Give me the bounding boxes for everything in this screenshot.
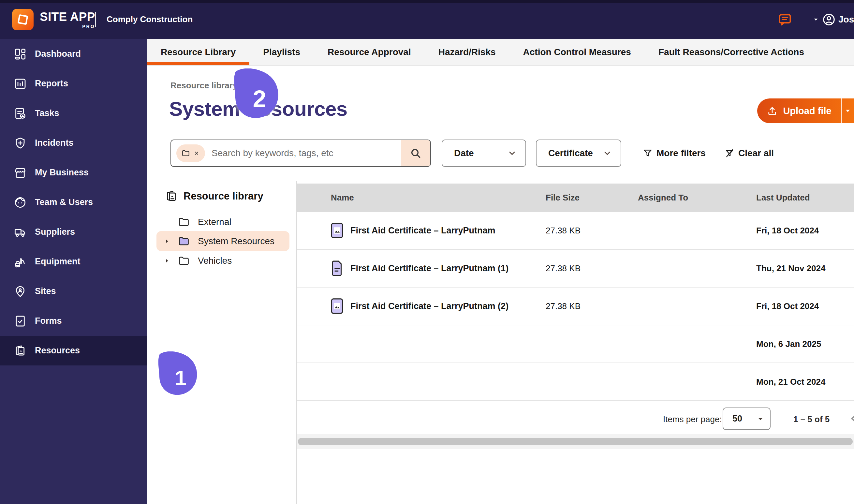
upload-options-caret[interactable] <box>842 98 854 123</box>
table-row[interactable]: Mon, 6 Jan 2025 <box>297 325 854 363</box>
folder-icon <box>178 255 190 267</box>
search-input[interactable] <box>205 148 401 159</box>
sidebar-item-label: Sites <box>35 286 56 296</box>
column-header-last-updated[interactable]: Last Updated <box>756 193 854 203</box>
tree-item-vehicles[interactable]: Vehicles <box>157 251 289 271</box>
resource-file-size: 27.38 KB <box>546 226 638 236</box>
upload-file-button[interactable]: Upload file <box>757 98 841 123</box>
breadcrumb[interactable]: Resource library <box>170 80 237 91</box>
forms-icon <box>14 314 27 328</box>
sidebar-item-label: Tasks <box>35 108 59 118</box>
horizontal-scrollbar-track[interactable] <box>297 434 854 449</box>
search-box <box>170 140 431 167</box>
clear-all-filters-button[interactable]: Clear all <box>725 140 774 166</box>
sidebar-item-forms[interactable]: Forms <box>0 306 147 336</box>
tab-playlists[interactable]: Playlists <box>249 39 314 65</box>
tree-expand-caret[interactable] <box>163 238 171 245</box>
brand-name: SITE APP <box>40 11 95 23</box>
tabbar: Resource LibraryPlaylistsResource Approv… <box>147 39 854 66</box>
user-name[interactable]: Josh <box>838 14 854 25</box>
chevron-down-icon <box>507 148 517 158</box>
resource-last-updated: Mon, 21 Oct 2024 <box>756 377 854 387</box>
caret-down-icon <box>756 415 765 423</box>
tree-item-external[interactable]: External <box>157 212 289 232</box>
resource-file-size: 27.38 KB <box>546 301 638 311</box>
search-icon <box>410 148 421 159</box>
reports-icon <box>14 77 27 90</box>
items-per-page-select[interactable]: 50 <box>723 408 770 430</box>
certificate-filter-label: Certificate <box>548 148 593 159</box>
sidebar-item-dashboard[interactable]: Dashboard <box>0 39 147 69</box>
horizontal-scrollbar-thumb[interactable] <box>298 438 853 445</box>
resource-name: First Aid Certificate – LarryPutnam <box>350 226 495 236</box>
topbar-divider <box>95 12 96 27</box>
close-icon[interactable] <box>193 150 200 157</box>
sidebar-item-label: Suppliers <box>35 227 75 237</box>
folder-filter-chip[interactable] <box>176 144 205 162</box>
organization-name: Comply Construction <box>107 14 193 24</box>
app-root: SITE APP PRO Comply Construction Josh Da… <box>0 0 854 504</box>
user-avatar-icon[interactable] <box>822 12 836 27</box>
image-file-icon <box>331 298 343 314</box>
sidebar-item-equipment[interactable]: Equipment <box>0 247 147 276</box>
tab-resource-approval[interactable]: Resource Approval <box>314 39 425 65</box>
table-row[interactable]: Mon, 21 Oct 2024 <box>297 363 854 401</box>
chevron-down-icon <box>602 148 612 158</box>
incidents-icon <box>14 137 27 150</box>
brand-sub: PRO <box>82 24 95 29</box>
caret-right-icon <box>164 238 170 245</box>
table-body: First Aid Certificate – LarryPutnam 27.3… <box>297 212 854 401</box>
sidebar-item-team-users[interactable]: Team & Users <box>0 187 147 217</box>
upload-file-label: Upload file <box>783 106 831 116</box>
sidebar-item-my-business[interactable]: My Business <box>0 158 147 187</box>
folder-icon <box>178 216 190 228</box>
resource-name: First Aid Certificate – LarryPutnam (2) <box>350 301 508 311</box>
table-row[interactable]: First Aid Certificate – LarryPutnam (2) … <box>297 288 854 325</box>
column-header-file-size[interactable]: File Size <box>546 193 638 203</box>
dashboard-icon <box>14 48 27 61</box>
date-filter-dropdown[interactable]: Date <box>442 140 526 167</box>
business-icon <box>14 166 27 179</box>
items-per-page-value: 50 <box>732 414 742 424</box>
tree-item-label: System Resources <box>198 236 274 247</box>
more-filters-label: More filters <box>656 148 706 159</box>
sidebar-item-incidents[interactable]: Incidents <box>0 128 147 158</box>
chat-icon[interactable] <box>778 12 792 27</box>
sidebar-item-reports[interactable]: Reports <box>0 69 147 98</box>
table-row[interactable]: First Aid Certificate – LarryPutnam (1) … <box>297 250 854 288</box>
resource-last-updated: Mon, 6 Jan 2025 <box>756 339 854 349</box>
resource-last-updated: Thu, 21 Nov 2024 <box>756 264 854 273</box>
tree-item-label: Vehicles <box>198 256 232 266</box>
more-filters-button[interactable]: More filters <box>643 140 706 166</box>
sidebar-item-resources[interactable]: Resources <box>0 336 147 365</box>
resource-library-tree-header[interactable]: Resource library <box>165 190 264 203</box>
user-menu-caret-icon[interactable] <box>812 16 819 23</box>
table-row[interactable]: First Aid Certificate – LarryPutnam 27.3… <box>297 212 854 250</box>
search-button[interactable] <box>401 140 430 166</box>
annotation-number: 2 <box>235 73 284 126</box>
funnel-icon <box>643 148 653 158</box>
pagination-range: 1 – 5 of 5 <box>793 414 830 425</box>
certificate-filter-dropdown[interactable]: Certificate <box>536 140 621 167</box>
column-header-name[interactable]: Name <box>297 193 546 203</box>
suppliers-icon <box>14 226 27 239</box>
upload-icon <box>767 105 778 116</box>
tree-expand-caret[interactable] <box>163 257 171 264</box>
column-header-assigned-to[interactable]: Assigned To <box>638 193 756 203</box>
resource-last-updated: Fri, 18 Oct 2024 <box>756 301 854 311</box>
tab-fault-reasons-corrective-actions[interactable]: Fault Reasons/Corrective Actions <box>645 39 818 65</box>
tab-hazard-risks[interactable]: Hazard/Risks <box>425 39 509 65</box>
sidebar-item-sites[interactable]: Sites <box>0 276 147 306</box>
folder-icon <box>178 255 190 267</box>
brand-text: SITE APP PRO <box>40 11 95 29</box>
previous-page-chevron-icon[interactable] <box>848 412 854 425</box>
image-file-icon <box>331 223 343 238</box>
resource-file-size: 27.38 KB <box>546 264 638 273</box>
siteapp-logo-icon <box>12 9 34 30</box>
tab-resource-library[interactable]: Resource Library <box>147 39 249 65</box>
sidebar-item-label: Equipment <box>35 256 80 267</box>
tree-item-system-resources[interactable]: System Resources <box>157 231 289 251</box>
sidebar-item-tasks[interactable]: Tasks <box>0 98 147 128</box>
sidebar-item-suppliers[interactable]: Suppliers <box>0 217 147 247</box>
tab-action-control-measures[interactable]: Action Control Measures <box>509 39 645 65</box>
